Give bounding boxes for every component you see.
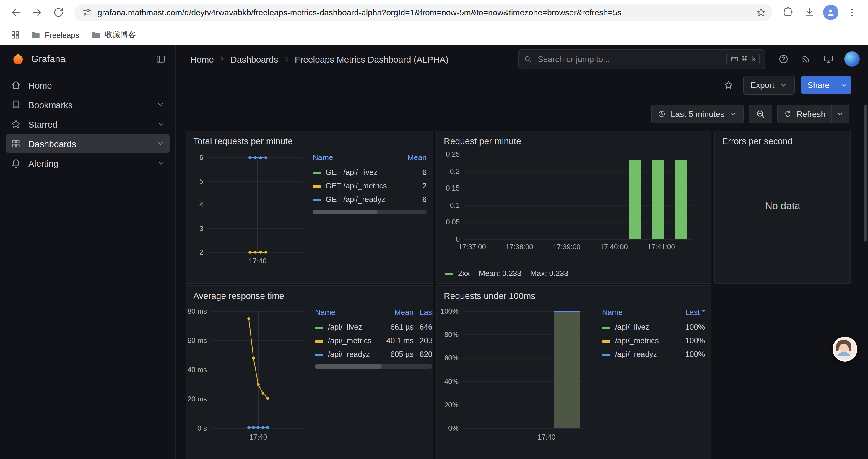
legend-header-last[interactable]: Last * — [414, 306, 433, 320]
legend-row[interactable]: /api/_metrics 40.1 ms 20.5 ms — [315, 334, 433, 347]
sidebar-item-home[interactable]: Home — [6, 76, 169, 95]
legend-header-name[interactable]: Name — [313, 152, 396, 165]
share-split-button: Share — [800, 76, 851, 94]
favorite-star-icon[interactable] — [720, 76, 737, 94]
svg-text:40 ms: 40 ms — [188, 366, 207, 374]
panel-title[interactable]: Average response time — [186, 286, 433, 302]
downloads-icon[interactable] — [800, 2, 819, 23]
legend-header-name[interactable]: Name — [602, 306, 673, 320]
legend-row[interactable]: /api/_metrics 100% — [602, 334, 705, 347]
panel-title[interactable]: Request per minute — [437, 131, 711, 147]
legend-header-last[interactable]: Last * — [673, 306, 705, 320]
chevron-down-icon[interactable] — [157, 159, 165, 167]
chevron-down-icon[interactable] — [157, 120, 165, 128]
zoom-out-icon — [755, 109, 766, 119]
breadcrumb-dashboards[interactable]: Dashboards — [230, 54, 278, 64]
legend-row[interactable]: GET /api/_readyz 6 — [313, 193, 427, 206]
legend-scrollbar[interactable] — [315, 364, 433, 369]
series-mean: 6 — [396, 165, 427, 179]
svg-text:100%: 100% — [440, 307, 459, 315]
svg-text:0 s: 0 s — [197, 424, 207, 432]
export-button[interactable]: Export — [743, 76, 795, 95]
time-range-picker[interactable]: Last 5 minutes — [651, 104, 744, 124]
sidebar-item-alerting[interactable]: Alerting — [6, 154, 169, 172]
search-box[interactable]: ⌘+k — [518, 49, 765, 69]
legend-row[interactable]: GET /api/_livez 6 — [313, 165, 427, 179]
series-mean: 40.1 ms — [379, 334, 414, 347]
brand-row: Grafana — [0, 45, 176, 73]
bookmark-folder-blogs[interactable]: 收藏博客 — [86, 27, 141, 42]
breadcrumb-home[interactable]: Home — [190, 54, 214, 64]
keyboard-icon — [730, 55, 739, 63]
series-mean: 605 µs — [379, 347, 414, 361]
app-header: Home Dashboards Freeleaps Metrics Dashbo… — [176, 45, 868, 73]
page-scrollbar[interactable] — [864, 104, 867, 241]
legend-row[interactable]: /api/_livez 100% — [602, 320, 705, 334]
bookmark-label: 收藏博客 — [105, 30, 136, 40]
reload-button[interactable] — [49, 2, 68, 23]
sidebar-item-dashboards[interactable]: Dashboards — [6, 134, 169, 153]
series-last: 620 — [414, 347, 433, 361]
legend-header-name[interactable]: Name — [315, 306, 379, 320]
monitor-icon[interactable] — [819, 50, 837, 68]
share-menu-caret[interactable] — [837, 76, 851, 94]
breadcrumb: Home Dashboards Freeleaps Metrics Dashbo… — [190, 54, 448, 64]
legend-row[interactable]: /api/_livez 661 µs 646 — [315, 320, 433, 334]
refresh-interval-caret[interactable] — [831, 105, 848, 123]
browser-profile-avatar[interactable] — [823, 5, 838, 20]
rss-icon[interactable] — [797, 50, 815, 68]
refresh-icon — [783, 110, 792, 118]
chart-total-requests[interactable]: 6543217:40 — [186, 147, 307, 283]
panel-title[interactable]: Requests under 100ms — [437, 286, 711, 302]
legend-header-mean[interactable]: Mean — [379, 306, 414, 320]
extensions-icon[interactable] — [778, 2, 798, 23]
refresh-button[interactable]: Refresh — [778, 105, 831, 123]
chart-request-per-minute[interactable]: 0.250.20.150.10.05017:37:0017:38:0017:39… — [437, 147, 711, 266]
chart-average-response-time[interactable]: 80 ms60 ms40 ms20 ms0 s17:40 — [186, 302, 309, 453]
svg-text:2: 2 — [199, 248, 203, 256]
series-last: 646 — [414, 320, 433, 334]
address-bar[interactable]: grafana.mathmast.com/d/deytv4rwavabkb/fr… — [74, 4, 772, 21]
legend-scrollbar-thumb[interactable] — [315, 364, 382, 369]
legend-scrollbar[interactable] — [313, 210, 427, 214]
search-shortcut: ⌘+k — [726, 54, 760, 64]
sidebar-item-bookmarks[interactable]: Bookmarks — [6, 95, 169, 114]
legend-header-mean[interactable]: Mean — [396, 152, 427, 165]
browser-menu-icon[interactable] — [842, 2, 862, 23]
svg-text:60%: 60% — [444, 354, 459, 362]
legend-row[interactable]: /api/_readyz 605 µs 620 — [315, 347, 433, 361]
apps-grid-icon[interactable] — [7, 27, 24, 43]
svg-text:4: 4 — [199, 201, 203, 209]
main-area: Home Dashboards Freeleaps Metrics Dashbo… — [176, 45, 868, 459]
floating-avatar-overlay[interactable] — [833, 337, 857, 362]
panel-title[interactable]: Total requests per minute — [186, 131, 433, 147]
chevron-down-icon[interactable] — [157, 100, 165, 109]
legend-scrollbar-thumb[interactable] — [313, 210, 378, 214]
legend-row[interactable]: /api/_readyz 100% — [602, 347, 705, 361]
bookmark-folder-freeleaps[interactable]: Freeleaps — [26, 28, 84, 42]
zoom-out-button[interactable] — [749, 104, 772, 124]
help-icon[interactable] — [775, 50, 793, 68]
chart-requests-under-100ms[interactable]: 100%80%60%40%20%0%17:40 — [437, 302, 587, 453]
legend-request-per-minute[interactable]: 2xx Mean: 0.233 Max: 0.233 — [437, 266, 711, 277]
svg-text:80%: 80% — [444, 330, 459, 338]
forward-button[interactable] — [27, 2, 47, 23]
sidebar-item-starred[interactable]: Starred — [6, 114, 169, 133]
chevron-down-icon[interactable] — [157, 139, 165, 148]
share-button[interactable]: Share — [800, 76, 837, 94]
back-button[interactable] — [6, 2, 26, 23]
series-color-swatch — [602, 326, 610, 329]
svg-text:17:38:00: 17:38:00 — [505, 243, 533, 251]
site-info-icon[interactable] — [82, 7, 92, 18]
user-avatar[interactable] — [844, 52, 860, 67]
grafana-logo[interactable] — [11, 52, 25, 66]
dock-sidebar-icon[interactable] — [155, 54, 166, 64]
legend-row[interactable]: GET /api/_metrics 2 — [313, 179, 427, 193]
series-last: 100% — [673, 334, 705, 347]
bookmark-star-icon[interactable] — [753, 5, 769, 20]
url-text[interactable]: grafana.mathmast.com/d/deytv4rwavabkb/fr… — [97, 8, 748, 17]
series-name: /api/_livez — [615, 323, 649, 331]
svg-text:0%: 0% — [448, 424, 459, 432]
search-input[interactable] — [536, 54, 721, 64]
panel-title[interactable]: Errors per second — [715, 131, 850, 147]
